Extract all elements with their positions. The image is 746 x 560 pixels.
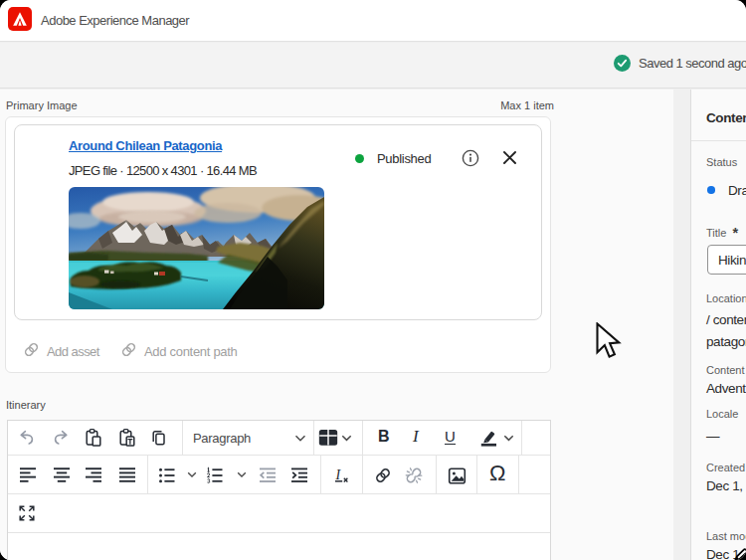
svg-text:I: I <box>335 467 342 482</box>
